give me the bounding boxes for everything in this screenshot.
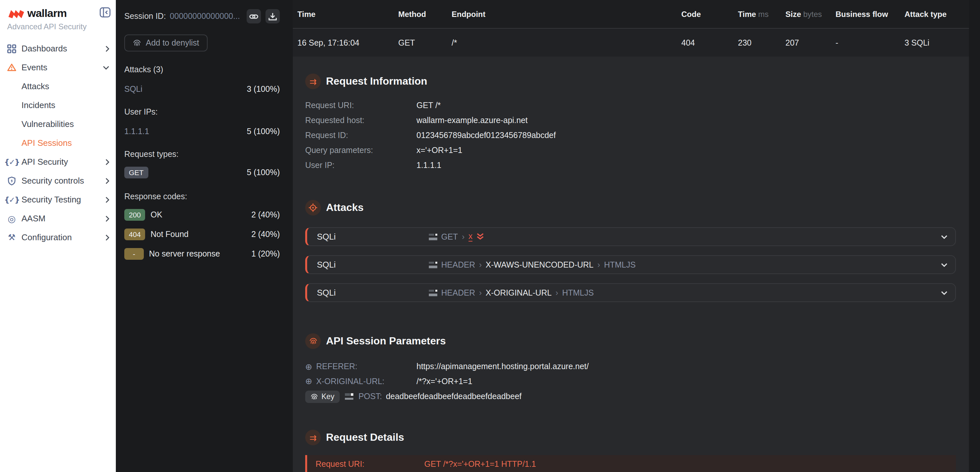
attack-point-breadcrumb: GET › x (429, 232, 484, 242)
fingerprint-icon (133, 39, 141, 47)
sidebar-item-label: API Sessions (21, 138, 109, 148)
field-row: User IP: 1.1.1.1 (305, 158, 956, 172)
sidebar-item-label: Vulnerabilities (21, 119, 109, 129)
copy-link-button[interactable] (247, 9, 261, 24)
attack-row[interactable]: SQLi GET › x (305, 227, 956, 246)
cell-endpoint: /* (452, 38, 681, 47)
status-none-badge: - (124, 248, 144, 260)
code-braces-icon: {✓} (6, 157, 17, 166)
add-to-denylist-label: Add to denylist (146, 38, 199, 48)
method-badge: GET (124, 167, 148, 179)
section-title: Request Information (326, 75, 427, 87)
attack-parameter-link[interactable]: x (469, 232, 473, 242)
col-size: Size bytes (786, 10, 835, 19)
parameter-icon (345, 393, 353, 400)
download-button[interactable] (266, 9, 280, 24)
brand-name: wallarm (27, 7, 67, 20)
response-code-row: 404 Not Found 2 (40%) (124, 228, 280, 240)
download-icon (268, 12, 277, 21)
sidebar-item-attacks[interactable]: Attacks (0, 77, 116, 96)
request-details-panel: ⇉ Request Information Request URI: GET /… (293, 57, 969, 472)
target-circles-icon: ◎ (6, 214, 17, 223)
section-title: API Session Parameters (326, 335, 446, 347)
status-200-badge: 200 (124, 209, 145, 221)
attack-type-label: SQLi (317, 232, 429, 242)
request-details-highlighted-row: Request URI: GET /*?x='+OR+1=1 HTTP/1.1 (305, 455, 956, 472)
sidebar-item-api-sessions[interactable]: API Sessions (0, 134, 116, 152)
sidebar-item-security-controls[interactable]: Security controls (0, 171, 116, 190)
cell-attack-type: 3 SQLi (905, 38, 969, 47)
crosshair-icon (305, 200, 321, 215)
attacks-filter-header: Attacks (3) (124, 65, 280, 74)
ip-stat-count: 5 (100%) (247, 127, 280, 136)
expand-chevron-icon[interactable] (941, 235, 947, 239)
section-title: Request Details (326, 432, 404, 443)
sidebar-item-vulnerabilities[interactable]: Vulnerabilities (0, 115, 116, 134)
sidebar-item-incidents[interactable]: Incidents (0, 96, 116, 115)
attack-type-link[interactable]: SQLi (124, 85, 143, 94)
cell-time-ms: 230 (738, 38, 786, 47)
main-area: Time Method Endpoint Code Time ms Size b… (293, 0, 980, 472)
chevron-down-icon (103, 65, 109, 69)
session-id-value: 00000000000000... (170, 12, 240, 21)
user-ips-header: User IPs: (124, 107, 280, 116)
sidebar-collapse-icon[interactable] (100, 7, 111, 18)
chevron-right-icon (105, 234, 109, 241)
key-badge[interactable]: Key (305, 390, 340, 403)
expand-chevron-icon[interactable] (941, 291, 947, 295)
request-row[interactable]: 16 Sep, 17:16:04 GET /* 404 230 207 - 3 … (293, 29, 969, 57)
sidebar-item-label: Dashboards (21, 44, 105, 53)
chevron-right-icon (105, 45, 109, 52)
shield-bolt-icon (6, 176, 17, 185)
request-type-row: GET 5 (100%) (124, 167, 280, 179)
col-time: Time (298, 10, 398, 19)
attack-stat-row: SQLi 3 (100%) (124, 85, 280, 94)
parameter-icon (429, 262, 437, 268)
attack-row[interactable]: SQLi HEADER › X-WAWS-UNENCODED-URL › HTM… (305, 255, 956, 274)
details-scrollbar[interactable] (969, 0, 980, 472)
add-to-denylist-button[interactable]: Add to denylist (124, 35, 208, 51)
sidebar-item-dashboards[interactable]: Dashboards (0, 39, 116, 58)
request-information-fields: Request URI: GET /* Requested host: wall… (305, 98, 956, 172)
chevron-right-icon (105, 196, 109, 203)
sidebar-item-aasm[interactable]: ◎ AASM (0, 209, 116, 228)
sidebar-item-events[interactable]: Events (0, 58, 116, 77)
col-method: Method (398, 10, 452, 19)
chevron-right-icon (105, 215, 109, 222)
sidebar-item-configuration[interactable]: ⚒ Configuration (0, 228, 116, 247)
request-type-count: 5 (100%) (247, 168, 280, 177)
expand-chevron-icon[interactable] (941, 263, 947, 266)
session-key-row: Key POST: deadbeefdeadbeefdeadbeefdeadbe… (305, 389, 956, 404)
cell-size: 207 (786, 38, 835, 47)
parameter-icon (429, 233, 437, 240)
status-404-badge: 404 (124, 228, 145, 240)
requests-table-header: Time Method Endpoint Code Time ms Size b… (293, 0, 969, 29)
link-icon (249, 12, 258, 21)
attacks-section-header: Attacks (305, 200, 956, 215)
ip-stat-row: 1.1.1.1 5 (100%) (124, 127, 280, 136)
sidebar-item-label: Configuration (21, 233, 105, 242)
attack-row[interactable]: SQLi HEADER › X-ORIGINAL-URL › HTMLJS (305, 283, 956, 302)
sidebar-item-label: API Security (21, 157, 105, 167)
attack-point-breadcrumb: HEADER › X-WAWS-UNENCODED-URL › HTMLJS (429, 260, 636, 269)
request-details-section-header: ⇉ Request Details (305, 430, 956, 445)
circled-plus-icon[interactable]: ⊕ (305, 377, 312, 386)
circled-plus-icon[interactable]: ⊕ (305, 363, 312, 371)
status-count: 2 (40%) (251, 210, 280, 219)
field-row: Query parameters: x='+OR+1=1 (305, 143, 956, 158)
sidebar-item-security-testing[interactable]: {✓} Security Testing (0, 190, 116, 209)
sidebar-item-api-security[interactable]: {✓} API Security (0, 152, 116, 171)
request-types-header: Request types: (124, 150, 280, 159)
field-row: Request ID: 0123456789abcdef0123456789ab… (305, 128, 956, 143)
session-id-row: Session ID: 00000000000000... (124, 9, 280, 24)
fingerprint-icon (310, 393, 318, 400)
fingerprint-icon (305, 333, 321, 349)
sidebar-item-label: Attacks (21, 81, 109, 91)
session-parameter-row: ⊕ X-ORIGINAL-URL: /*?x='+OR+1=1 (305, 374, 956, 389)
user-ip-link[interactable]: 1.1.1.1 (124, 127, 149, 136)
dashboards-grid-icon (6, 44, 17, 53)
sidebar-item-label: Incidents (21, 100, 109, 110)
section-title: Attacks (326, 202, 364, 214)
cell-business-flow: - (835, 38, 905, 47)
chevron-right-icon (105, 177, 109, 184)
